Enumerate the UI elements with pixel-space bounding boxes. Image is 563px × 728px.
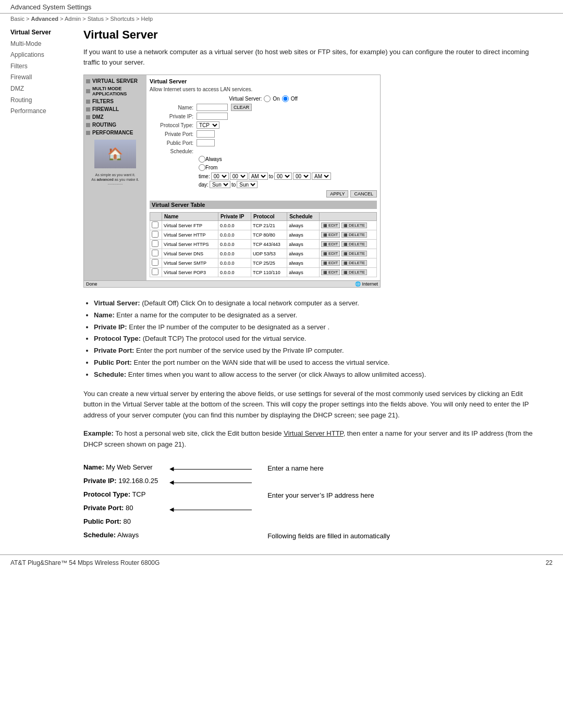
breadcrumb-advanced[interactable]: Advanced <box>31 16 58 22</box>
time-from-select[interactable]: 00 <box>211 172 229 180</box>
edit-button[interactable]: ▦ EDIT <box>321 232 340 238</box>
browser-main-panel: Virtual Server Allow Internet users to a… <box>146 75 380 280</box>
bm-name-label: Name: <box>150 105 197 110</box>
radio-from[interactable] <box>199 164 205 171</box>
time-to-ampm-select[interactable]: AM <box>312 172 331 180</box>
private-port-input[interactable] <box>197 130 215 138</box>
breadcrumb-status[interactable]: Status <box>88 16 104 22</box>
bs-icon-dmz <box>86 115 90 119</box>
row-checkbox[interactable] <box>150 258 162 268</box>
row-schedule: always <box>287 230 320 240</box>
row-ip: 0.0.0.0 <box>218 268 251 277</box>
footer-right: 22 <box>546 559 553 566</box>
edit-button[interactable]: ▦ EDIT <box>321 260 340 266</box>
private-ip-input[interactable] <box>197 113 228 120</box>
row-checkbox[interactable] <box>150 240 162 249</box>
row-actions: ▦ EDIT ▦ DELETE <box>319 258 376 268</box>
bs-multimode: MULTI MODEAPPLICATIONS <box>84 85 146 97</box>
bm-private-port-label: Private Port: <box>150 131 197 137</box>
example-label-row: Protocol Type: TCP <box>83 488 158 501</box>
sidebar-item-virtual-server[interactable]: Virtual Server <box>10 27 68 39</box>
radio-always[interactable] <box>199 156 205 163</box>
bm-schedule-label-row: Schedule: <box>150 149 377 154</box>
bs-icon-performance <box>86 131 90 135</box>
time-to-select[interactable]: 00 <box>274 172 292 180</box>
sidebar-item-firewall[interactable]: Firewall <box>10 72 68 83</box>
row-name: Virtual Server DNS <box>162 249 218 258</box>
bm-time-row: time: 00 00 AM to 00 00 AM <box>199 172 377 180</box>
radio-on[interactable] <box>264 95 271 102</box>
row-actions: ▦ EDIT ▦ DELETE <box>319 221 376 230</box>
row-protocol: TCP 25/25 <box>251 258 287 268</box>
protocol-select[interactable]: TCP UDP <box>197 121 219 129</box>
cancel-button[interactable]: CANCEL <box>350 190 377 198</box>
delete-button[interactable]: ▦ DELETE <box>341 269 367 275</box>
intro-text: If you want to use a network computer as… <box>83 47 542 67</box>
content-area: Virtual Server If you want to use a netw… <box>78 23 563 554</box>
row-actions: ▦ EDIT ▦ DELETE <box>319 230 376 240</box>
bm-public-port-row: Public Port: <box>150 139 377 146</box>
delete-button[interactable]: ▦ DELETE <box>341 241 367 247</box>
row-schedule: always <box>287 249 320 258</box>
sidebar-item-multimode[interactable]: Multi-Mode Applications <box>10 39 68 61</box>
row-checkbox[interactable] <box>150 268 162 277</box>
list-item: Name: Enter a name for the computer to b… <box>94 310 542 321</box>
delete-button[interactable]: ▦ DELETE <box>341 260 367 266</box>
row-name: Virtual Server FTP <box>162 221 218 230</box>
delete-button[interactable]: ▦ DELETE <box>341 232 367 238</box>
row-checkbox[interactable] <box>150 221 162 230</box>
row-schedule: always <box>287 240 320 249</box>
breadcrumb-basic[interactable]: Basic <box>10 16 25 22</box>
breadcrumb-shortcuts[interactable]: Shortcuts <box>110 16 134 22</box>
apply-button[interactable]: APPLY <box>326 190 348 198</box>
row-protocol: TCP 80/80 <box>251 230 287 240</box>
row-ip: 0.0.0.0 <box>218 230 251 240</box>
day-to-select[interactable]: Sun <box>237 181 258 188</box>
example-diagram: Name: My Web ServerPrivate IP: 192.168.0… <box>83 461 542 544</box>
table-row: Virtual Server FTP 0.0.0.0 TCP 21/21 alw… <box>150 221 377 230</box>
bm-public-port-label: Public Port: <box>150 140 197 146</box>
name-input[interactable] <box>197 104 228 111</box>
spacer-line <box>174 490 252 503</box>
arrow-line: ◀ <box>174 463 252 476</box>
breadcrumb: Basic > Advanced > Admin > Status > Shor… <box>0 14 563 23</box>
time-to-hour-select[interactable]: 00 <box>293 172 311 180</box>
delete-button[interactable]: ▦ DELETE <box>341 251 367 256</box>
arrow-line: ◀ <box>174 503 252 517</box>
feature-list: Virtual Server: (Default Off) Click On t… <box>83 298 542 380</box>
bs-filters: FILTERS <box>84 97 146 105</box>
breadcrumb-admin[interactable]: Admin <box>65 16 81 22</box>
bm-vs-label: Virtual Server: <box>229 96 262 102</box>
sidebar-item-dmz[interactable]: DMZ <box>10 83 68 95</box>
bs-icon-routing <box>86 123 90 127</box>
sidebar-item-routing[interactable]: Routing <box>10 95 68 106</box>
bm-schedule-label: Schedule: <box>150 149 197 154</box>
time-from-ampm-select[interactable]: AM <box>249 172 268 180</box>
edit-button[interactable]: ▦ EDIT <box>321 269 340 275</box>
clear-button[interactable]: CLEAR <box>231 104 252 111</box>
example-right-labels: Enter a name hereEnter your server’s IP … <box>267 461 390 543</box>
breadcrumb-help[interactable]: Help <box>141 16 153 22</box>
col-header-schedule: Schedule <box>287 213 320 221</box>
public-port-input[interactable] <box>197 139 215 146</box>
row-protocol: UDP 53/53 <box>251 249 287 258</box>
delete-button[interactable]: ▦ DELETE <box>341 223 367 228</box>
sidebar-item-performance[interactable]: Performance <box>10 106 68 117</box>
sidebar-item-filters[interactable]: Filters <box>10 61 68 72</box>
para2: Example: To host a personal web site, cl… <box>83 428 542 450</box>
router-image: 🏠 <box>94 140 136 168</box>
row-ip: 0.0.0.0 <box>218 240 251 249</box>
row-ip: 0.0.0.0 <box>218 258 251 268</box>
radio-off[interactable] <box>282 95 289 102</box>
row-checkbox[interactable] <box>150 230 162 240</box>
bs-dmz: DMZ <box>84 113 146 121</box>
edit-button[interactable]: ▦ EDIT <box>321 241 340 247</box>
day-from-select[interactable]: Sun <box>210 181 230 188</box>
edit-button[interactable]: ▦ EDIT <box>321 223 340 228</box>
bm-protocol-row: Protocol Type: TCP UDP <box>150 121 377 129</box>
edit-button[interactable]: ▦ EDIT <box>321 251 340 256</box>
row-checkbox[interactable] <box>150 249 162 258</box>
row-schedule: always <box>287 258 320 268</box>
time-from-hour-select[interactable]: 00 <box>230 172 248 180</box>
spacer-line <box>174 517 252 530</box>
